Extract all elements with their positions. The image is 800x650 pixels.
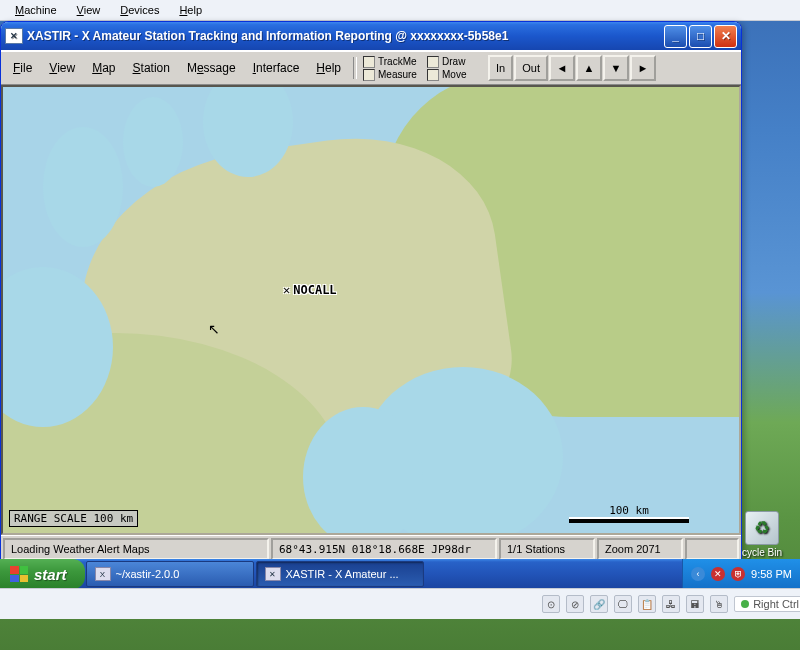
- recycle-bin-icon[interactable]: ♻ cycle Bin: [738, 511, 786, 558]
- pan-right-button[interactable]: ►: [630, 55, 656, 81]
- close-button[interactable]: ✕: [714, 25, 737, 48]
- vm-indicator-icon[interactable]: ⊙: [542, 595, 560, 613]
- host-menu-view[interactable]: ViewView: [68, 1, 110, 19]
- taskbar-clock[interactable]: 9:58 PM: [751, 568, 792, 580]
- menu-file[interactable]: File: [5, 59, 40, 77]
- host-menu-devices[interactable]: DevicesDevices: [111, 1, 168, 19]
- vm-indicator-icon[interactable]: 🖱: [710, 595, 728, 613]
- checkbox-icon: [427, 69, 439, 81]
- scale-bar-label: 100 km: [609, 504, 649, 517]
- start-button[interactable]: start: [0, 559, 85, 589]
- recycle-bin-label: cycle Bin: [738, 547, 786, 558]
- station-marker[interactable]: ✕ NOCALL: [283, 283, 337, 297]
- vm-indicator-icon[interactable]: 🖧: [662, 595, 680, 613]
- task-icon: ✕: [265, 567, 281, 581]
- tray-shield-icon[interactable]: ⛨: [731, 567, 745, 581]
- host-menu-machine[interactable]: MMachineachine: [6, 1, 66, 19]
- pan-down-button[interactable]: ▼: [603, 55, 629, 81]
- system-tray: ‹ ✕ ⛨ 9:58 PM: [682, 559, 800, 589]
- vm-indicator-icon[interactable]: 🖬: [686, 595, 704, 613]
- xastir-window: ✕ XASTIR - X Amateur Station Tracking an…: [0, 21, 742, 563]
- menu-help[interactable]: Help: [308, 59, 349, 77]
- pan-controls: ◄ ▲ ▼ ►: [549, 55, 656, 81]
- tray-expand-icon[interactable]: ‹: [691, 567, 705, 581]
- scale-bar: 100 km: [569, 504, 689, 523]
- toolbar-separator: [353, 57, 357, 79]
- maximize-button[interactable]: □: [689, 25, 712, 48]
- toggle-draw[interactable]: Draw: [427, 56, 487, 68]
- station-callsign: NOCALL: [293, 283, 336, 297]
- checkbox-icon: [427, 56, 439, 68]
- toggle-move[interactable]: Move: [427, 69, 487, 81]
- desktop: ✕ XASTIR - X Amateur Station Tracking an…: [0, 21, 800, 619]
- recycle-glyph-icon: ♻: [745, 511, 779, 545]
- vm-status-bar: ⊙ ⊘ 🔗 🖵 📋 🖧 🖬 🖱 Right Ctrl: [0, 588, 800, 619]
- tray-x-icon[interactable]: ✕: [711, 567, 725, 581]
- vm-indicator-icon[interactable]: 🖵: [614, 595, 632, 613]
- app-toolbar: File View Map Station Message Interface …: [1, 50, 741, 85]
- status-stations: 1/1 Stations: [499, 538, 595, 560]
- titlebar[interactable]: ✕ XASTIR - X Amateur Station Tracking an…: [1, 22, 741, 50]
- windows-logo-icon: [10, 566, 28, 582]
- map-canvas: [3, 87, 739, 533]
- vm-indicator-icon[interactable]: 📋: [638, 595, 656, 613]
- host-menu-help[interactable]: HelpHelp: [170, 1, 211, 19]
- zoom-in-button[interactable]: In: [488, 55, 513, 81]
- map-viewport[interactable]: ✕ NOCALL ↖ RANGE SCALE 100 km 100 km: [1, 85, 741, 535]
- status-message: Loading Weather Alert Maps: [3, 538, 269, 560]
- status-zoom: Zoom 2071: [597, 538, 683, 560]
- window-controls: _ □ ✕: [664, 25, 737, 48]
- menu-interface[interactable]: Interface: [245, 59, 308, 77]
- vm-indicator-icon[interactable]: 🔗: [590, 595, 608, 613]
- pan-up-button[interactable]: ▲: [576, 55, 602, 81]
- menu-view[interactable]: View: [41, 59, 83, 77]
- host-key-led-icon: [741, 600, 749, 608]
- map-water: [303, 407, 423, 535]
- status-coordinates: 68°43.915N 018°18.668E JP98dr: [271, 538, 497, 560]
- zoom-out-button[interactable]: Out: [514, 55, 548, 81]
- checkbox-icon: [363, 69, 375, 81]
- host-menubar: MMachineachine ViewView DevicesDevices H…: [0, 0, 800, 21]
- toggle-trackme[interactable]: TrackMe: [363, 56, 423, 68]
- menu-message[interactable]: Message: [179, 59, 244, 77]
- menu-station[interactable]: Station: [125, 59, 178, 77]
- taskbar-item-terminal[interactable]: X ~/xastir-2.0.0: [86, 561, 254, 587]
- range-scale-label: RANGE SCALE 100 km: [9, 510, 138, 527]
- vm-indicator-icon[interactable]: ⊘: [566, 595, 584, 613]
- status-bar: Loading Weather Alert Maps 68°43.915N 01…: [1, 535, 741, 562]
- task-icon: X: [95, 567, 111, 581]
- toggle-group: TrackMe Draw Measure Move: [363, 56, 487, 81]
- app-icon: ✕: [5, 28, 23, 44]
- window-title: XASTIR - X Amateur Station Tracking and …: [27, 29, 664, 43]
- mouse-cursor-icon: ↖: [208, 321, 220, 337]
- taskbar-item-xastir[interactable]: ✕ XASTIR - X Amateur ...: [256, 561, 424, 587]
- taskbar: start X ~/xastir-2.0.0 ✕ XASTIR - X Amat…: [0, 559, 800, 589]
- minimize-button[interactable]: _: [664, 25, 687, 48]
- checkbox-icon: [363, 56, 375, 68]
- scale-bar-line: [569, 517, 689, 523]
- vm-host-key[interactable]: Right Ctrl: [734, 596, 800, 612]
- toggle-measure[interactable]: Measure: [363, 69, 423, 81]
- status-spacer: [685, 538, 739, 560]
- map-water: [123, 97, 183, 187]
- station-symbol-icon: ✕: [283, 283, 290, 297]
- map-water: [43, 127, 123, 247]
- menu-map[interactable]: Map: [84, 59, 123, 77]
- pan-left-button[interactable]: ◄: [549, 55, 575, 81]
